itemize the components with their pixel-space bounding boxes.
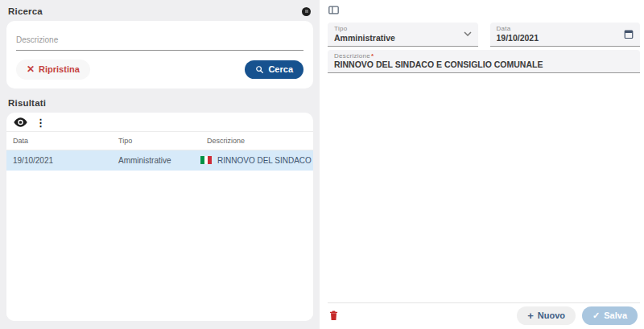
reset-button[interactable]: ✕ Ripristina [16,60,90,80]
calendar-icon[interactable] [624,29,634,39]
table-row[interactable]: 19/10/2021 Amministrative RINNOVO DEL SI… [6,150,313,171]
search-button-label: Cerca [268,64,293,76]
search-title: Ricerca [8,6,43,16]
save-button[interactable]: ✓ Salva [582,306,638,325]
form-row-top: Tipo Amministrative Data 19/10/2021 [328,23,640,47]
view-button[interactable] [13,117,28,128]
kebab-menu-icon: ⋮ [35,117,46,128]
split-view-button[interactable] [328,5,340,15]
app-window: Ricerca ✕ Ripristina [0,0,644,329]
column-header-descrizione[interactable]: Descrizione [200,132,313,150]
chevron-down-icon [464,31,472,36]
detail-empty-area [328,73,640,302]
search-results-panel: Ricerca ✕ Ripristina [0,0,320,329]
tipo-select[interactable]: Tipo Amministrative [328,23,478,47]
search-card: ✕ Ripristina Cerca [6,21,313,88]
data-label: Data [497,25,625,33]
row-cell-data: 19/10/2021 [6,156,112,165]
eye-icon [14,117,27,127]
delete-button[interactable] [328,309,340,322]
new-button[interactable]: + Nuovo [517,306,576,325]
x-icon: ✕ [27,63,35,76]
data-value: 19/10/2021 [497,33,625,43]
detail-toolbar [328,2,640,23]
tipo-label: Tipo [334,25,464,33]
search-icon [255,65,264,74]
results-table-header: Data Tipo Descrizione [6,131,313,150]
results-title: Risultati [8,98,311,108]
column-header-data[interactable]: Data [6,132,112,150]
search-buttons-row: ✕ Ripristina Cerca [16,60,303,80]
row-cell-tipo: Amministrative [112,156,200,165]
row-description-text: RINNOVO DEL SINDACO E CONSIG [217,156,313,165]
split-view-icon [328,6,339,14]
save-button-label: Salva [604,310,627,322]
descrizione-value: RINNOVO DEL SINDACO E CONSIGLIO COMUNALE [334,60,634,70]
check-icon: ✓ [592,310,600,322]
plus-icon: + [527,310,534,321]
results-empty-area [6,171,313,321]
new-button-label: Nuovo [538,310,565,322]
search-header: Ricerca [6,5,313,21]
italy-flag-icon [200,156,212,164]
collapse-panel-icon[interactable] [302,7,311,16]
more-options-button[interactable]: ⋮ [35,117,47,129]
descrizione-label: Descrizione* [334,52,634,60]
trash-icon [328,310,339,321]
results-toolbar: ⋮ [6,113,313,131]
tipo-value: Amministrative [334,33,464,43]
row-cell-descrizione: RINNOVO DEL SINDACO E CONSIG [200,156,313,165]
description-search-field [16,29,303,51]
detail-panel: Tipo Amministrative Data 19/10/2021 [320,0,644,329]
data-date-field[interactable]: Data 19/10/2021 [490,23,641,47]
column-header-tipo[interactable]: Tipo [112,132,200,150]
detail-footer: + Nuovo ✓ Salva [328,302,640,329]
description-search-input[interactable] [16,29,303,51]
descrizione-field[interactable]: Descrizione* RINNOVO DEL SINDACO E CONSI… [328,50,640,74]
required-marker: * [371,52,374,60]
reset-button-label: Ripristina [39,64,80,76]
search-button[interactable]: Cerca [245,60,303,79]
results-card: ⋮ Data Tipo Descrizione 19/10/2021 Ammin… [6,113,313,321]
